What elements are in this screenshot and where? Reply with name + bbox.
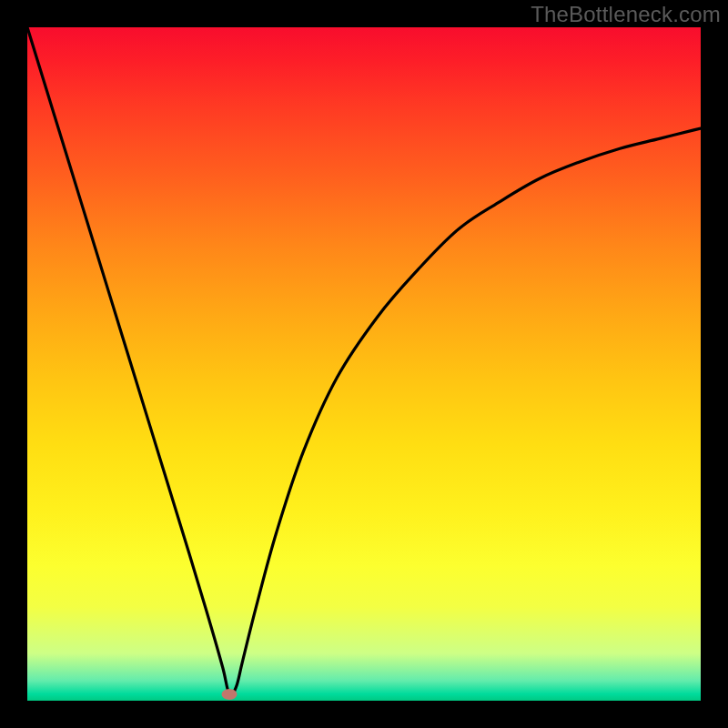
curve-svg: [27, 27, 701, 701]
minimum-point-marker: [222, 689, 238, 700]
chart-frame: TheBottleneck.com: [0, 0, 728, 728]
bottleneck-curve: [27, 27, 701, 695]
watermark-text: TheBottleneck.com: [531, 2, 721, 27]
plot-area: [27, 27, 701, 701]
